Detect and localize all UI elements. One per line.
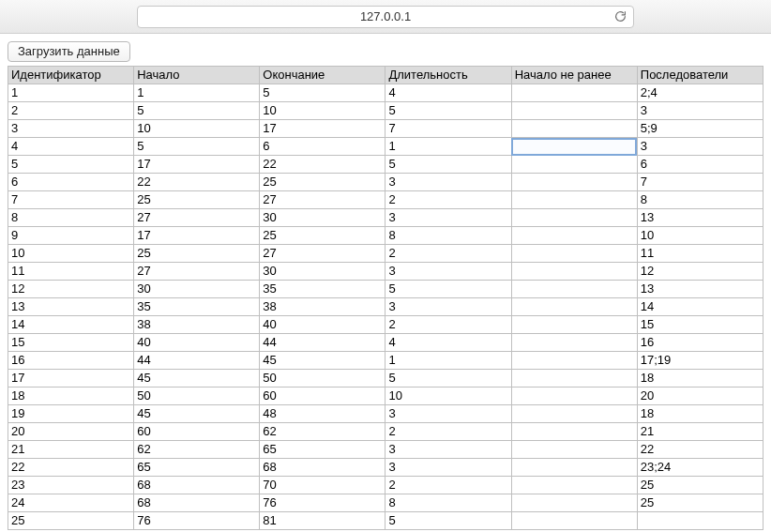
table-cell[interactable]: 8 xyxy=(8,209,134,227)
table-cell[interactable]: 76 xyxy=(134,512,260,530)
table-cell[interactable]: 27 xyxy=(134,263,260,281)
table-cell[interactable]: 30 xyxy=(260,263,386,281)
table-cell[interactable]: 5 xyxy=(134,138,260,156)
table-cell[interactable]: 17 xyxy=(260,120,386,138)
table-cell[interactable]: 10 xyxy=(260,102,386,120)
table-cell[interactable]: 17;19 xyxy=(637,352,763,370)
table-cell[interactable]: 68 xyxy=(134,477,260,494)
table-cell[interactable]: 14 xyxy=(637,298,763,316)
table-cell[interactable]: 19 xyxy=(8,405,134,423)
table-cell[interactable]: 23;24 xyxy=(637,459,763,477)
table-cell[interactable]: 20 xyxy=(637,388,763,405)
table-cell[interactable]: 20 xyxy=(8,423,134,441)
table-cell[interactable]: 3 xyxy=(386,441,511,459)
table-cell[interactable]: 25 xyxy=(134,191,260,209)
table-cell[interactable]: 18 xyxy=(637,405,763,423)
table-cell[interactable] xyxy=(511,512,637,530)
table-cell[interactable]: 38 xyxy=(134,316,260,334)
table-cell[interactable]: 16 xyxy=(637,334,763,352)
table-header-cell[interactable]: Начало не ранее xyxy=(511,67,637,84)
table-cell[interactable]: 1 xyxy=(134,84,260,102)
table-cell[interactable]: 15 xyxy=(8,334,134,352)
table-cell[interactable]: 4 xyxy=(386,84,511,102)
table-cell[interactable]: 60 xyxy=(260,388,386,405)
table-cell[interactable]: 13 xyxy=(637,209,763,227)
table-cell[interactable]: 13 xyxy=(637,281,763,298)
table-cell[interactable]: 22 xyxy=(134,174,260,191)
table-cell[interactable]: 17 xyxy=(134,156,260,174)
table-cell[interactable] xyxy=(511,191,637,209)
table-cell[interactable]: 2 xyxy=(386,245,511,263)
table-cell[interactable] xyxy=(511,209,637,227)
table-cell[interactable]: 9 xyxy=(8,227,134,245)
table-cell[interactable] xyxy=(511,477,637,494)
table-cell[interactable]: 25 xyxy=(260,227,386,245)
table-cell[interactable]: 65 xyxy=(134,459,260,477)
table-cell[interactable]: 27 xyxy=(260,191,386,209)
table-cell[interactable]: 45 xyxy=(134,370,260,388)
table-cell[interactable]: 2 xyxy=(386,423,511,441)
table-cell[interactable]: 3 xyxy=(386,298,511,316)
table-cell[interactable]: 21 xyxy=(8,441,134,459)
table-cell[interactable] xyxy=(511,423,637,441)
address-bar[interactable]: 127.0.0.1 xyxy=(137,6,634,28)
table-cell[interactable]: 1 xyxy=(8,84,134,102)
table-cell[interactable]: 50 xyxy=(134,388,260,405)
table-cell[interactable]: 8 xyxy=(386,494,511,512)
table-cell[interactable]: 10 xyxy=(134,120,260,138)
table-cell[interactable]: 25 xyxy=(8,512,134,530)
table-cell[interactable]: 22 xyxy=(8,459,134,477)
table-cell[interactable]: 44 xyxy=(134,352,260,370)
table-cell[interactable] xyxy=(511,227,637,245)
table-cell[interactable]: 2;4 xyxy=(637,84,763,102)
table-cell[interactable]: 1 xyxy=(386,352,511,370)
table-cell[interactable]: 50 xyxy=(260,370,386,388)
table-cell[interactable] xyxy=(511,245,637,263)
table-cell[interactable]: 5 xyxy=(8,156,134,174)
table-cell[interactable]: 81 xyxy=(260,512,386,530)
table-cell[interactable]: 13 xyxy=(8,298,134,316)
table-cell[interactable] xyxy=(511,316,637,334)
table-cell[interactable]: 6 xyxy=(8,174,134,191)
table-cell[interactable]: 35 xyxy=(260,281,386,298)
table-header-cell[interactable]: Идентификатор xyxy=(8,67,134,84)
table-cell[interactable]: 11 xyxy=(637,245,763,263)
table-cell[interactable]: 5 xyxy=(134,102,260,120)
table-cell[interactable]: 35 xyxy=(134,298,260,316)
table-cell[interactable]: 5 xyxy=(386,370,511,388)
table-cell[interactable]: 17 xyxy=(8,370,134,388)
table-cell[interactable]: 60 xyxy=(134,423,260,441)
table-cell[interactable]: 3 xyxy=(637,138,763,156)
table-cell[interactable]: 5 xyxy=(386,512,511,530)
table-cell[interactable] xyxy=(511,352,637,370)
table-cell[interactable]: 8 xyxy=(637,191,763,209)
table-cell[interactable]: 45 xyxy=(134,405,260,423)
table-cell[interactable]: 5 xyxy=(386,156,511,174)
table-cell[interactable]: 65 xyxy=(260,441,386,459)
table-cell[interactable]: 7 xyxy=(8,191,134,209)
table-cell[interactable] xyxy=(511,174,637,191)
table-cell[interactable]: 27 xyxy=(260,245,386,263)
table-cell[interactable]: 14 xyxy=(8,316,134,334)
table-cell[interactable]: 11 xyxy=(8,263,134,281)
table-cell[interactable] xyxy=(511,334,637,352)
table-cell[interactable]: 1 xyxy=(386,138,511,156)
table-cell[interactable] xyxy=(511,102,637,120)
table-cell[interactable]: 4 xyxy=(8,138,134,156)
table-header-cell[interactable]: Длительность xyxy=(386,67,511,84)
table-cell[interactable]: 5 xyxy=(386,102,511,120)
table-cell[interactable]: 3 xyxy=(637,102,763,120)
table-cell[interactable]: 16 xyxy=(8,352,134,370)
table-cell[interactable]: 10 xyxy=(8,245,134,263)
table-cell[interactable]: 7 xyxy=(637,174,763,191)
table-cell[interactable]: 6 xyxy=(260,138,386,156)
table-cell[interactable] xyxy=(511,84,637,102)
table-cell[interactable]: 3 xyxy=(386,459,511,477)
table-cell[interactable]: 70 xyxy=(260,477,386,494)
table-cell[interactable]: 3 xyxy=(386,174,511,191)
table-cell[interactable]: 3 xyxy=(386,209,511,227)
table-cell[interactable]: 40 xyxy=(260,316,386,334)
table-cell[interactable]: 68 xyxy=(260,459,386,477)
table-cell[interactable]: 2 xyxy=(8,102,134,120)
table-cell[interactable]: 6 xyxy=(637,156,763,174)
